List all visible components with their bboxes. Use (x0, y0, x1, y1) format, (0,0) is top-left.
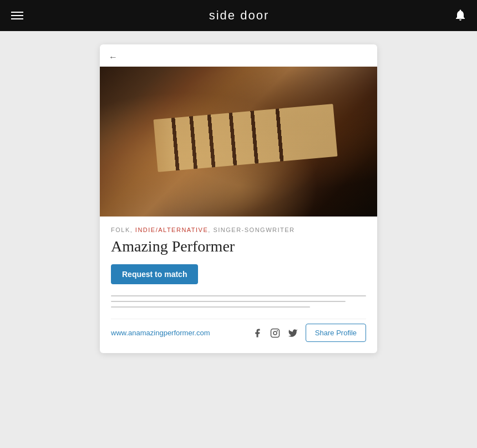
navbar: side door (0, 0, 477, 31)
genre-folk: FOLK, (111, 226, 135, 233)
genre-indie: INDIE/ALTERNATIVE (135, 226, 208, 233)
performer-name: Amazing Performer (111, 238, 366, 255)
placeholder-lines (111, 295, 366, 308)
hero-image (100, 67, 377, 217)
twitter-icon[interactable] (288, 328, 298, 338)
placeholder-line-2 (111, 301, 346, 302)
genres: FOLK, INDIE/ALTERNATIVE, SINGER-SONGWRIT… (111, 226, 366, 233)
app-title: side door (209, 8, 270, 23)
menu-icon[interactable] (11, 12, 23, 19)
facebook-icon[interactable] (252, 328, 262, 338)
svg-point-2 (277, 330, 278, 331)
website-link[interactable]: www.anamazingperformer.com (111, 329, 210, 337)
genre-songwriter: SINGER-SONGWRITER (213, 226, 295, 233)
instagram-icon[interactable] (270, 328, 280, 338)
card-footer: www.anamazingperformer.com (111, 319, 366, 342)
main-area: ← FOLK, INDIE/ALTERNATIVE, SINGER-SONGWR… (0, 31, 477, 448)
performer-card: ← FOLK, INDIE/ALTERNATIVE, SINGER-SONGWR… (100, 44, 377, 353)
placeholder-line-3 (111, 306, 310, 308)
back-button[interactable]: ← (100, 44, 126, 67)
placeholder-line-1 (111, 295, 366, 296)
svg-rect-0 (271, 329, 279, 337)
social-icons: Share Profile (252, 324, 366, 342)
bell-icon[interactable] (455, 8, 466, 23)
card-body: FOLK, INDIE/ALTERNATIVE, SINGER-SONGWRIT… (100, 217, 377, 353)
svg-point-1 (273, 331, 277, 335)
share-profile-button[interactable]: Share Profile (306, 324, 366, 342)
request-match-button[interactable]: Request to match (111, 264, 198, 284)
